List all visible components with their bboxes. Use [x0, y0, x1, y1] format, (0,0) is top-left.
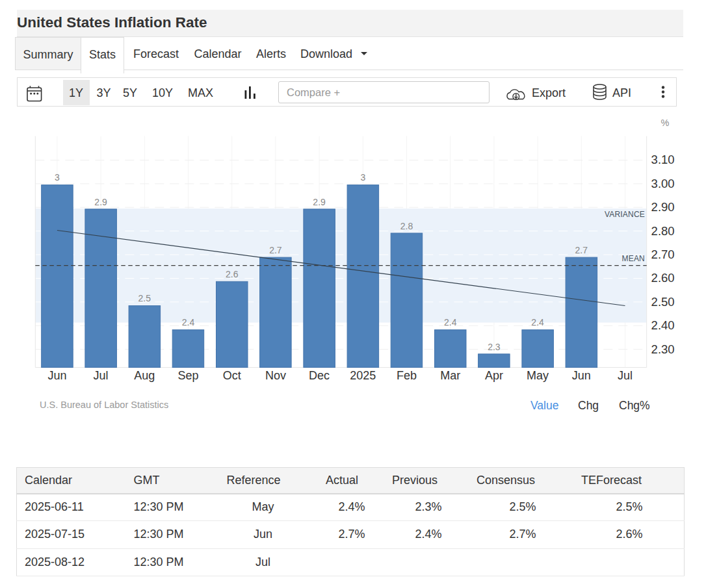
svg-text:Feb: Feb	[397, 369, 417, 382]
svg-text:2.60: 2.60	[651, 271, 675, 285]
svg-text:Aug: Aug	[134, 369, 155, 382]
svg-text:2.90: 2.90	[651, 200, 675, 214]
svg-text:2.40: 2.40	[651, 318, 675, 332]
svg-text:2.7: 2.7	[269, 245, 282, 255]
svg-text:2.8: 2.8	[400, 221, 413, 231]
svg-text:Jul: Jul	[94, 369, 109, 382]
svg-text:3: 3	[55, 172, 60, 183]
svg-text:Jun: Jun	[572, 369, 591, 382]
svg-text:May: May	[527, 369, 549, 382]
svg-text:Nov: Nov	[265, 369, 286, 382]
svg-text:Sep: Sep	[177, 369, 198, 382]
svg-text:2.6: 2.6	[226, 269, 239, 279]
svg-text:2.9: 2.9	[313, 197, 326, 207]
svg-text:2.4: 2.4	[444, 317, 457, 327]
svg-text:2.9: 2.9	[94, 197, 107, 207]
svg-text:Mar: Mar	[440, 369, 460, 382]
svg-text:MEAN: MEAN	[622, 254, 645, 263]
svg-text:3: 3	[360, 172, 365, 183]
svg-text:2.4: 2.4	[531, 317, 544, 327]
svg-text:Dec: Dec	[309, 369, 330, 382]
svg-text:2.5: 2.5	[138, 293, 151, 303]
svg-text:3.00: 3.00	[651, 177, 675, 190]
svg-text:2.3: 2.3	[488, 342, 501, 352]
svg-text:Apr: Apr	[485, 369, 503, 382]
svg-text:2.7: 2.7	[575, 245, 588, 255]
svg-text:2.70: 2.70	[651, 248, 675, 261]
svg-text:3.10: 3.10	[651, 153, 675, 166]
svg-text:Oct: Oct	[223, 369, 241, 382]
svg-text:Jun: Jun	[47, 369, 66, 382]
svg-text:%: %	[661, 118, 670, 128]
svg-text:VARIANCE: VARIANCE	[605, 210, 645, 219]
svg-text:Jul: Jul	[618, 369, 633, 382]
svg-text:2.50: 2.50	[651, 295, 675, 309]
svg-text:2025: 2025	[350, 369, 376, 382]
svg-text:2.4: 2.4	[182, 317, 195, 327]
svg-text:2.80: 2.80	[651, 224, 675, 238]
svg-text:2.30: 2.30	[651, 342, 675, 356]
